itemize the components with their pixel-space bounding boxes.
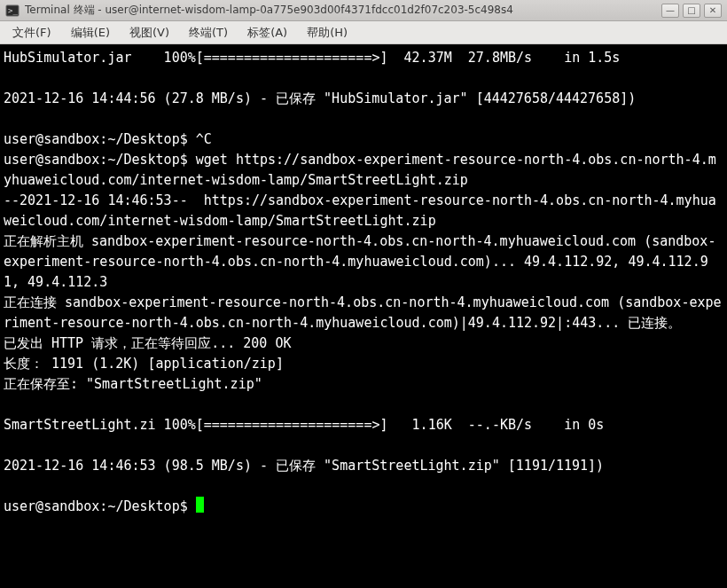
output-line: 2021-12-16 14:46:53 (98.5 MB/s) - 已保存 "S… <box>4 458 604 474</box>
output-line: 正在解析主机 sandbox-experiment-resource-north… <box>4 233 715 290</box>
prompt-line: user@sandbox:~/Desktop$ wget https://san… <box>4 152 716 188</box>
terminal-cursor <box>196 497 204 513</box>
terminal-window: >_ Terminal 终端 - user@internet-wisdom-la… <box>0 0 727 588</box>
close-button[interactable]: ✕ <box>704 4 722 18</box>
titlebar[interactable]: >_ Terminal 终端 - user@internet-wisdom-la… <box>0 0 727 21</box>
menubar: 文件(F) 编辑(E) 视图(V) 终端(T) 标签(A) 帮助(H) <box>0 21 727 44</box>
menu-view[interactable]: 视图(V) <box>121 22 178 43</box>
minimize-button[interactable]: — <box>661 4 679 18</box>
menu-help[interactable]: 帮助(H) <box>298 22 356 43</box>
menu-file[interactable]: 文件(F) <box>4 22 60 43</box>
output-line: 2021-12-16 14:44:56 (27.8 MB/s) - 已保存 "H… <box>4 90 636 106</box>
output-line: 长度： 1191 (1.2K) [application/zip] <box>4 356 284 372</box>
output-line: 已发出 HTTP 请求，正在等待回应... 200 OK <box>4 335 292 351</box>
window-buttons: — □ ✕ <box>661 4 722 18</box>
output-line: 正在连接 sandbox-experiment-resource-north-4… <box>4 294 722 331</box>
prompt-line: user@sandbox:~/Desktop$ ^C <box>4 131 212 147</box>
output-line: --2021-12-16 14:46:53-- https://sandbox-… <box>4 192 716 229</box>
maximize-button[interactable]: □ <box>683 4 700 18</box>
output-line: 正在保存至: "SmartStreetLight.zip" <box>4 376 262 392</box>
window-title: Terminal 终端 - user@internet-wisdom-lamp-… <box>25 3 661 18</box>
menu-tabs[interactable]: 标签(A) <box>238 22 296 43</box>
terminal-icon: >_ <box>5 4 20 18</box>
prompt-line: user@sandbox:~/Desktop$ <box>4 498 196 514</box>
menu-terminal[interactable]: 终端(T) <box>180 22 237 43</box>
output-line: SmartStreetLight.zi 100%[===============… <box>4 417 604 433</box>
svg-text:>_: >_ <box>8 6 18 15</box>
terminal-output[interactable]: HubSimulator.jar 100%[==================… <box>0 44 727 588</box>
menu-edit[interactable]: 编辑(E) <box>62 22 119 43</box>
output-line: HubSimulator.jar 100%[==================… <box>4 50 620 66</box>
